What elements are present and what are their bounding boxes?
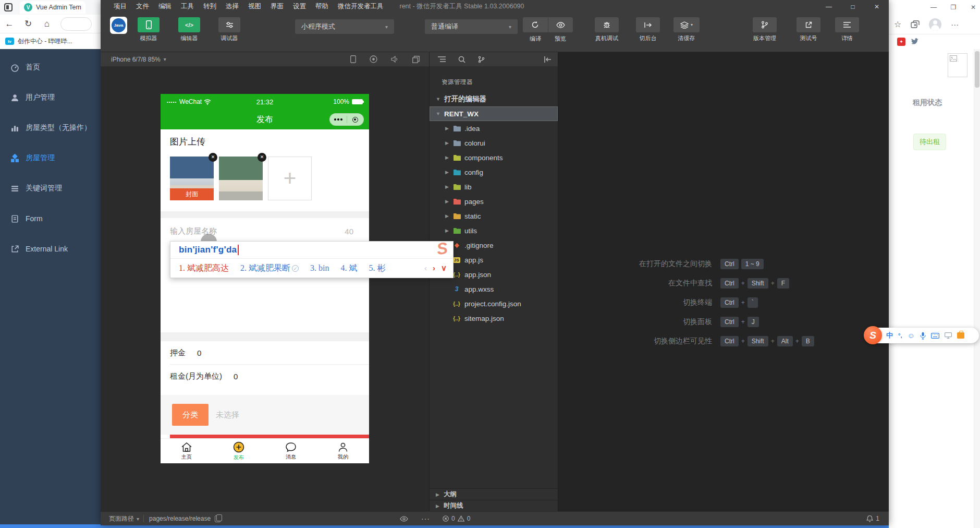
house-name-input[interactable]: 输入房屋名称 40	[170, 222, 360, 241]
menu-select[interactable]: 选择	[221, 2, 243, 11]
bird-favicon[interactable]	[911, 38, 919, 45]
eye-icon[interactable]	[400, 516, 408, 522]
keyboard-icon[interactable]	[931, 333, 939, 339]
address-bar[interactable]	[60, 17, 92, 31]
red-site-favicon[interactable]: ✦	[897, 38, 905, 46]
candidate-5[interactable]: 5. 彬	[369, 263, 385, 274]
candidate-2[interactable]: 2. 斌减肥果断	[240, 263, 290, 274]
ime-punctuation-toggle[interactable]: °,	[898, 332, 902, 339]
device-icon[interactable]	[350, 55, 356, 63]
details-button[interactable]: 详情	[834, 17, 861, 42]
house-photo-2[interactable]	[219, 157, 263, 200]
tree-folder-static[interactable]: static	[430, 209, 558, 223]
menu-file[interactable]: 文件	[131, 2, 154, 11]
simulator-toggle-button[interactable]: 模拟器	[135, 17, 162, 42]
candidates-prev-icon[interactable]: ‹	[424, 263, 427, 273]
home-icon[interactable]: ⌂	[38, 19, 56, 29]
remove-image-button[interactable]	[258, 153, 266, 162]
tree-folder-components[interactable]: components	[430, 150, 558, 165]
tree-folder-idea[interactable]: .idea	[430, 121, 558, 136]
sidebar-item-home[interactable]: 首页	[0, 52, 101, 82]
candidate-3[interactable]: 3. bin	[310, 263, 329, 273]
timeline-section[interactable]: 时间线	[430, 500, 558, 511]
remove-image-button[interactable]	[209, 153, 217, 162]
bookmark-title[interactable]: 创作中心 - 哔哩哔...	[18, 37, 72, 46]
test-account-button[interactable]: 测试号	[794, 17, 823, 42]
back-icon[interactable]: ←	[0, 19, 19, 29]
mode-select[interactable]: 小程序模式	[295, 19, 394, 34]
emoji-icon[interactable]: ☺	[907, 331, 914, 340]
menu-help[interactable]: 帮助	[311, 2, 333, 11]
refresh-icon[interactable]: ↻	[19, 18, 38, 29]
candidate-1[interactable]: 1. 斌减肥高达	[179, 263, 229, 274]
sound-icon[interactable]	[391, 56, 399, 63]
close-icon[interactable]: ✕	[873, 3, 880, 10]
more-menu-icon[interactable]: ···	[951, 20, 959, 29]
tree-folder-colorui[interactable]: colorui	[430, 136, 558, 150]
minimize-icon[interactable]: —	[930, 4, 937, 11]
menu-project[interactable]: 项目	[109, 2, 131, 11]
menu-interface[interactable]: 界面	[266, 2, 288, 11]
device-select[interactable]: iPhone 6/7/8 85%	[111, 56, 161, 63]
tree-file-app-wxss[interactable]: 3 app.wxss	[430, 282, 558, 296]
favorites-star-icon[interactable]: ☆	[894, 19, 901, 29]
scrollbar-thumb[interactable]	[975, 51, 979, 88]
version-control-button[interactable]: 版本管理	[749, 17, 780, 42]
deposit-row[interactable]: 押金 0	[170, 341, 369, 365]
page-path-label[interactable]: 页面路径	[109, 514, 134, 523]
menu-view[interactable]: 视图	[243, 2, 266, 11]
more-icon[interactable]	[330, 118, 347, 121]
record-icon[interactable]	[370, 55, 377, 63]
tree-folder-lib[interactable]: lib	[430, 179, 558, 194]
compile-button[interactable]	[523, 17, 548, 32]
project-avatar[interactable]: Java	[110, 17, 127, 34]
tab-profile[interactable]: 我的	[317, 439, 369, 463]
tree-root-rent-wx[interactable]: RENT_WX	[430, 106, 558, 121]
rent-row[interactable]: 租金(月为单位) 0	[170, 365, 369, 388]
file-list-icon[interactable]	[438, 56, 446, 63]
menu-edit[interactable]: 编辑	[154, 2, 176, 11]
maximize-icon[interactable]: □	[849, 3, 856, 10]
tab-overview-icon[interactable]	[4, 3, 13, 11]
sidebar-item-house-types[interactable]: 房屋类型（无操作）	[0, 113, 101, 143]
search-icon[interactable]	[458, 56, 466, 63]
screen-icon[interactable]	[945, 332, 952, 339]
candidates-expand-icon[interactable]: ∨	[441, 263, 447, 273]
exit-miniprogram-icon[interactable]	[347, 117, 364, 123]
profile-avatar[interactable]	[929, 18, 941, 31]
tab-home[interactable]: 主页	[161, 439, 213, 463]
tree-folder-utils[interactable]: utils	[430, 223, 558, 238]
copy-icon[interactable]	[215, 515, 220, 522]
editor-toggle-button[interactable]: </> 编辑器	[176, 17, 203, 42]
add-image-button[interactable]: +	[268, 157, 312, 200]
minimize-icon[interactable]: —	[825, 3, 832, 10]
page-path[interactable]: pages/release/release	[149, 515, 211, 522]
sidebar-item-users[interactable]: 用户管理	[0, 82, 101, 113]
ime-language-toggle[interactable]: 中	[886, 331, 893, 340]
menu-settings[interactable]: 设置	[288, 2, 311, 11]
multi-window-icon[interactable]	[412, 56, 420, 63]
remote-debug-button[interactable]: 真机调试	[591, 17, 622, 42]
scrollbar[interactable]	[974, 49, 980, 528]
tree-file-sitemap[interactable]: {..} sitemap.json	[430, 311, 558, 326]
menu-devtools[interactable]: 微信开发者工具	[333, 2, 388, 11]
notifications-indicator[interactable]: 1	[866, 515, 879, 522]
sogou-logo-icon[interactable]: S	[864, 326, 882, 344]
tree-folder-config[interactable]: config	[430, 165, 558, 179]
sidebar-item-keywords[interactable]: 关键词管理	[0, 173, 101, 203]
clear-cache-button[interactable]: ▾ 清缓存	[671, 17, 702, 42]
switch-background-button[interactable]: 切后台	[633, 17, 663, 42]
more-icon[interactable]: ···	[421, 514, 430, 523]
compile-mode-select[interactable]: 普通编译	[425, 19, 518, 34]
collapse-panel-icon[interactable]	[544, 56, 552, 63]
candidates-next-icon[interactable]: ›	[433, 263, 435, 273]
preview-button[interactable]	[548, 17, 573, 32]
restore-icon[interactable]: ❐	[950, 4, 957, 11]
tree-section-open-editors[interactable]: 打开的编辑器	[430, 92, 558, 106]
toolbox-icon[interactable]	[957, 332, 964, 339]
outline-section[interactable]: 大纲	[430, 488, 558, 500]
tab-messages[interactable]: 消息	[265, 439, 317, 463]
house-photo-1[interactable]: 封面	[170, 157, 214, 200]
candidate-4[interactable]: 4. 斌	[340, 263, 357, 274]
close-icon[interactable]: ✕	[970, 4, 977, 11]
